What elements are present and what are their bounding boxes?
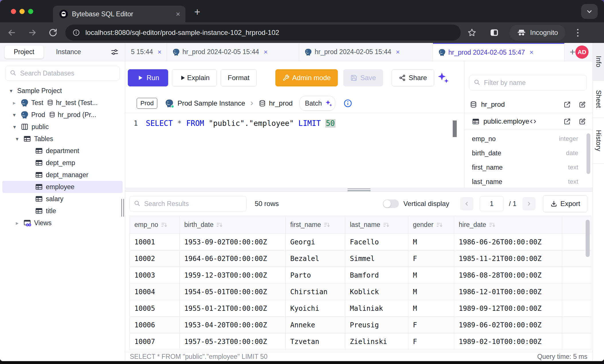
column-header-birth_date[interactable]: birth_date: [180, 216, 286, 234]
tree-item-tables[interactable]: ▾Tables: [2, 133, 123, 145]
tree-item-title[interactable]: title: [2, 205, 123, 217]
tree-item-test[interactable]: ▸Testhr_test (Test...: [2, 97, 123, 109]
edit-icon[interactable]: [578, 118, 586, 125]
user-avatar[interactable]: AD: [575, 46, 589, 59]
info-circle-icon[interactable]: [343, 99, 352, 108]
editor-tab-1[interactable]: 5 15:44×: [125, 43, 167, 61]
bookmark-star-icon[interactable]: [467, 28, 477, 37]
results-search[interactable]: [129, 196, 247, 211]
editor-tab-4[interactable]: hr_prod 2024-02-05 15:47×: [433, 43, 564, 61]
database-name[interactable]: hr_prod: [269, 99, 293, 107]
table-cell[interactable]: 10002: [130, 250, 180, 267]
instance-name[interactable]: Prod Sample Instance: [177, 99, 245, 107]
page-number-input[interactable]: [480, 196, 504, 211]
editor-tab-3[interactable]: hr_prod 2024-02-05 15:44×: [299, 43, 433, 61]
tree-item-department[interactable]: department: [2, 145, 123, 157]
table-cell[interactable]: 1989-09-12T00:00:00Z: [454, 300, 562, 317]
table-cell[interactable]: Bezalel: [286, 250, 345, 267]
tree-item-dept_emp[interactable]: dept_emp: [2, 157, 123, 169]
column-header-gender[interactable]: gender: [408, 216, 454, 234]
table-cell[interactable]: Tzvetan: [286, 333, 345, 350]
macos-close-button[interactable]: [11, 9, 16, 14]
code-icon[interactable]: [529, 118, 537, 125]
table-cell[interactable]: Preusig: [345, 317, 408, 333]
column-row-last_name[interactable]: last_nametext: [472, 175, 586, 188]
table-cell[interactable]: Simmel: [345, 250, 408, 267]
table-cell[interactable]: 1985-11-21T00:00:00Z: [454, 250, 562, 267]
tab-search-button[interactable]: [581, 4, 598, 19]
schema-filter-input[interactable]: [484, 79, 583, 87]
results-scrollbar[interactable]: [586, 220, 590, 257]
close-tab-icon[interactable]: ×: [530, 48, 534, 56]
table-cell[interactable]: 10005: [130, 300, 180, 317]
forward-icon[interactable]: [28, 28, 37, 37]
table-cell[interactable]: 1989-06-02T00:00:00Z: [454, 317, 562, 333]
table-cell[interactable]: 10006: [130, 317, 180, 333]
table-cell[interactable]: 1959-12-03T00:00:00Z: [180, 267, 286, 284]
tree-item-public[interactable]: ▾public: [2, 121, 123, 133]
close-tab-icon[interactable]: ×: [158, 48, 162, 56]
batch-mode-chip[interactable]: Batch: [299, 96, 335, 111]
edit-icon[interactable]: [578, 101, 586, 108]
schema-table-row[interactable]: public.employe: [464, 113, 593, 130]
results-search-input[interactable]: [144, 200, 242, 208]
browser-tab-close-icon[interactable]: ×: [176, 10, 180, 19]
column-row-first_name[interactable]: first_nametext: [472, 160, 586, 175]
macos-zoom-button[interactable]: [28, 9, 33, 14]
column-row-emp_no[interactable]: emp_nointeger: [472, 132, 586, 146]
close-tab-icon[interactable]: ×: [264, 48, 268, 56]
table-cell[interactable]: 1989-02-10T00:00:00Z: [454, 333, 562, 350]
table-cell[interactable]: F: [408, 333, 454, 350]
run-button[interactable]: Run: [128, 69, 168, 86]
table-cell[interactable]: 1954-05-01T00:00:00Z: [180, 284, 286, 300]
column-row-birth_date[interactable]: birth_datedate: [472, 146, 586, 160]
caret-down-icon[interactable]: ▾: [13, 112, 20, 118]
admin-mode-button[interactable]: Admin mode: [275, 69, 338, 86]
macos-minimize-button[interactable]: [19, 9, 25, 14]
reload-icon[interactable]: [48, 28, 58, 37]
table-cell[interactable]: Maliniak: [345, 300, 408, 317]
table-cell[interactable]: M: [408, 284, 454, 300]
caret-right-icon[interactable]: ▸: [13, 100, 20, 106]
sidebar-resize-handle[interactable]: [121, 199, 124, 217]
table-cell[interactable]: Facello: [345, 234, 408, 250]
caret-down-icon[interactable]: ▾: [13, 124, 21, 130]
editor-tab-2[interactable]: hr_prod 2024-02-05 15:44×: [167, 43, 299, 61]
database-search[interactable]: [5, 66, 120, 81]
format-button[interactable]: Format: [221, 69, 257, 86]
new-browser-tab-button[interactable]: +: [194, 7, 200, 17]
side-panel-icon[interactable]: [489, 28, 499, 37]
table-cell[interactable]: Anneke: [286, 317, 345, 333]
browser-tab[interactable]: Bytebase SQL Editor ×: [53, 6, 185, 22]
site-info-icon[interactable]: [72, 29, 80, 37]
browser-menu-icon[interactable]: [573, 29, 582, 37]
tree-item-sample-project[interactable]: ▾Sample Project: [2, 85, 123, 97]
new-query-tab-button[interactable]: +: [570, 46, 575, 58]
panel-splitter[interactable]: [125, 188, 593, 192]
tree-item-salary[interactable]: salary: [2, 193, 123, 205]
sql-editor[interactable]: 1 SELECT * FROM "public"."employee" LIMI…: [125, 113, 464, 188]
tree-item-prod[interactable]: ▾Prodhr_prod (Pr...: [2, 109, 123, 121]
tab-project[interactable]: Project: [5, 46, 44, 59]
next-page-button[interactable]: [522, 197, 536, 210]
table-cell[interactable]: 1955-01-21T00:00:00Z: [180, 300, 286, 317]
column-header-emp_no[interactable]: emp_no: [130, 216, 180, 234]
table-cell[interactable]: 1986-12-01T00:00:00Z: [454, 284, 562, 300]
table-cell[interactable]: 1957-05-23T00:00:00Z: [180, 333, 286, 350]
schema-scrollbar[interactable]: [587, 133, 590, 174]
explain-button[interactable]: Explain: [172, 69, 217, 86]
table-cell[interactable]: Koblick: [345, 284, 408, 300]
open-external-icon[interactable]: [563, 118, 571, 125]
side-tab-info[interactable]: Info: [593, 43, 604, 81]
vertical-display-toggle[interactable]: [383, 199, 399, 208]
table-cell[interactable]: 1986-08-28T00:00:00Z: [454, 267, 562, 284]
table-cell[interactable]: F: [408, 250, 454, 267]
column-header-first_name[interactable]: first_name: [286, 216, 345, 234]
column-header-last_name[interactable]: last_name: [345, 216, 408, 234]
caret-down-icon[interactable]: ▾: [16, 136, 23, 142]
tree-item-dept_manager[interactable]: dept_manager: [2, 169, 123, 181]
table-cell[interactable]: M: [408, 300, 454, 317]
schema-database-row[interactable]: hr_prod: [464, 96, 593, 113]
editor-scrollbar[interactable]: [453, 120, 457, 137]
table-cell[interactable]: M: [408, 267, 454, 284]
